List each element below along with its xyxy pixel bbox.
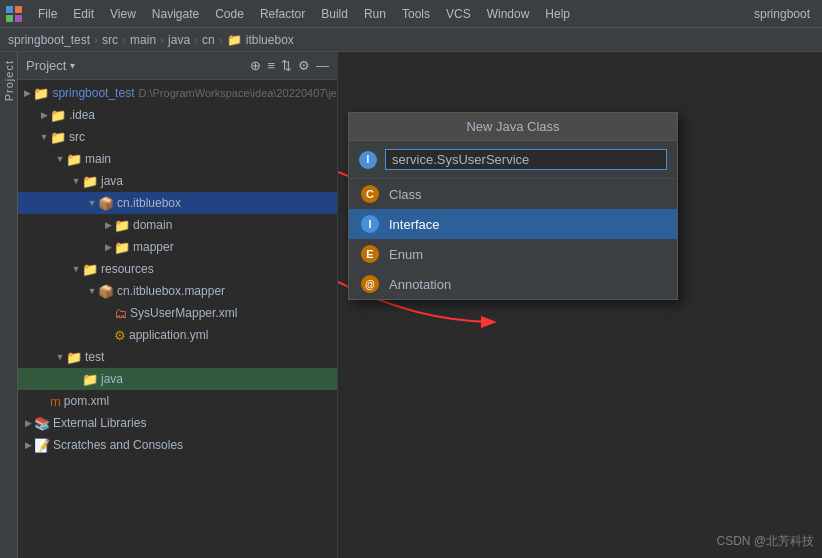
annotation-icon: @	[361, 275, 379, 293]
content-area: New Java Class I C Class I Interface E E…	[338, 52, 822, 558]
menu-help[interactable]: Help	[537, 4, 578, 24]
breadcrumb-item-2[interactable]: main	[130, 33, 156, 47]
arrow-icon: ▼	[86, 286, 98, 296]
tree-item-root[interactable]: ▶ 📁 springboot_test D:\ProgramWorkspace\…	[18, 82, 337, 104]
tree-label: application.yml	[129, 328, 208, 342]
folder-icon: 📁	[66, 152, 82, 167]
class-icon: C	[361, 185, 379, 203]
interface-icon: I	[361, 215, 379, 233]
popup-item-interface[interactable]: I Interface	[349, 209, 677, 239]
sidebar-title: Project	[26, 58, 66, 73]
tree-item-scratches[interactable]: ▶ 📝 Scratches and Consoles	[18, 434, 337, 456]
folder-icon: 📁	[82, 262, 98, 277]
tree-item-pom[interactable]: m pom.xml	[18, 390, 337, 412]
arrow-icon: ▼	[70, 264, 82, 274]
class-name-input[interactable]	[385, 149, 667, 170]
arrow-icon: ▶	[22, 418, 34, 428]
popup-input-row: I	[349, 141, 677, 179]
menu-run[interactable]: Run	[356, 4, 394, 24]
yml-icon: ⚙	[114, 328, 126, 343]
breadcrumb-item-1[interactable]: src	[102, 33, 118, 47]
tree-item-application-yml[interactable]: ⚙ application.yml	[18, 324, 337, 346]
tree-label: cn.itbluebox	[117, 196, 181, 210]
tree-item-src[interactable]: ▼ 📁 src	[18, 126, 337, 148]
tree-item-idea[interactable]: ▶ 📁 .idea	[18, 104, 337, 126]
sidebar-header: Project ▾ ⊕ ≡ ⇅ ⚙ —	[18, 52, 337, 80]
scratches-icon: 📝	[34, 438, 50, 453]
breadcrumb-sep-0: ›	[94, 33, 98, 47]
tree-label: External Libraries	[53, 416, 146, 430]
folder-icon: 📁	[82, 174, 98, 189]
arrow-icon: ▶	[38, 110, 50, 120]
tree-label: src	[69, 130, 85, 144]
popup-item-annotation[interactable]: @ Annotation	[349, 269, 677, 299]
sidebar-icon-settings[interactable]: ⊕	[250, 58, 261, 73]
breadcrumb-item-0[interactable]: springboot_test	[8, 33, 90, 47]
menu-tools[interactable]: Tools	[394, 4, 438, 24]
project-tab-label: Project	[1, 56, 17, 105]
sidebar-title-arrow[interactable]: ▾	[70, 60, 75, 71]
folder-icon: 📁	[50, 108, 66, 123]
tree-item-mapper[interactable]: ▶ 📁 mapper	[18, 236, 337, 258]
project-tab[interactable]: Project	[0, 52, 18, 558]
breadcrumb-item-3[interactable]: java	[168, 33, 190, 47]
tree-item-java[interactable]: ▼ 📁 java	[18, 170, 337, 192]
pom-icon: m	[50, 394, 61, 409]
sidebar-icon-sort[interactable]: ⇅	[281, 58, 292, 73]
menu-navigate[interactable]: Navigate	[144, 4, 207, 24]
sidebar-icon-minimize[interactable]: —	[316, 58, 329, 73]
tree-item-main[interactable]: ▼ 📁 main	[18, 148, 337, 170]
folder-icon: 📁	[82, 372, 98, 387]
breadcrumb-item-4[interactable]: cn	[202, 33, 215, 47]
svg-rect-0	[6, 6, 13, 13]
menu-vcs[interactable]: VCS	[438, 4, 479, 24]
breadcrumb-sep-4: ›	[219, 33, 223, 47]
tree-label: java	[101, 174, 123, 188]
sidebar-icon-list[interactable]: ≡	[267, 58, 275, 73]
menu-code[interactable]: Code	[207, 4, 252, 24]
tree-item-java-test[interactable]: 📁 java	[18, 368, 337, 390]
interface-label: Interface	[389, 217, 440, 232]
tree-label: springboot_test	[52, 86, 134, 100]
class-label: Class	[389, 187, 422, 202]
svg-rect-2	[6, 15, 13, 22]
tree-label: cn.itbluebox.mapper	[117, 284, 225, 298]
tree-item-external-libs[interactable]: ▶ 📚 External Libraries	[18, 412, 337, 434]
menu-window[interactable]: Window	[479, 4, 538, 24]
new-java-class-popup: New Java Class I C Class I Interface E E…	[348, 112, 678, 300]
app-logo	[4, 4, 24, 24]
tree-item-cn-itbluebox[interactable]: ▼ 📦 cn.itbluebox	[18, 192, 337, 214]
svg-rect-1	[15, 6, 22, 13]
arrow-icon: ▼	[86, 198, 98, 208]
folder-icon: 📁	[114, 240, 130, 255]
breadcrumb-sep-3: ›	[194, 33, 198, 47]
sidebar-toolbar: ⊕ ≡ ⇅ ⚙ —	[250, 58, 329, 73]
tree-label: mapper	[133, 240, 174, 254]
menu-view[interactable]: View	[102, 4, 144, 24]
tree-item-domain[interactable]: ▶ 📁 domain	[18, 214, 337, 236]
window-title: springboot	[754, 7, 818, 21]
menu-build[interactable]: Build	[313, 4, 356, 24]
popup-item-class[interactable]: C Class	[349, 179, 677, 209]
package-icon: 📦	[98, 284, 114, 299]
tree-item-sysuservmapper[interactable]: 🗂 SysUserMapper.xml	[18, 302, 337, 324]
menu-file[interactable]: File	[30, 4, 65, 24]
popup-item-enum[interactable]: E Enum	[349, 239, 677, 269]
arrow-icon: ▼	[70, 176, 82, 186]
svg-rect-3	[15, 15, 22, 22]
menu-bar: File Edit View Navigate Code Refactor Bu…	[0, 0, 822, 28]
arrow-icon: ▼	[38, 132, 50, 142]
package-icon: 📦	[98, 196, 114, 211]
input-interface-icon: I	[359, 151, 377, 169]
tree-item-test[interactable]: ▼ 📁 test	[18, 346, 337, 368]
menu-refactor[interactable]: Refactor	[252, 4, 313, 24]
breadcrumb-sep-2: ›	[160, 33, 164, 47]
tree-label: test	[85, 350, 104, 364]
sidebar-icon-gear[interactable]: ⚙	[298, 58, 310, 73]
breadcrumb-item-5[interactable]: 📁 itbluebox	[227, 33, 294, 47]
tree-item-resources[interactable]: ▼ 📁 resources	[18, 258, 337, 280]
folder-icon: 📁	[114, 218, 130, 233]
menu-edit[interactable]: Edit	[65, 4, 102, 24]
folder-icon: 📁	[50, 130, 66, 145]
tree-item-cn-itbluebox-mapper[interactable]: ▼ 📦 cn.itbluebox.mapper	[18, 280, 337, 302]
